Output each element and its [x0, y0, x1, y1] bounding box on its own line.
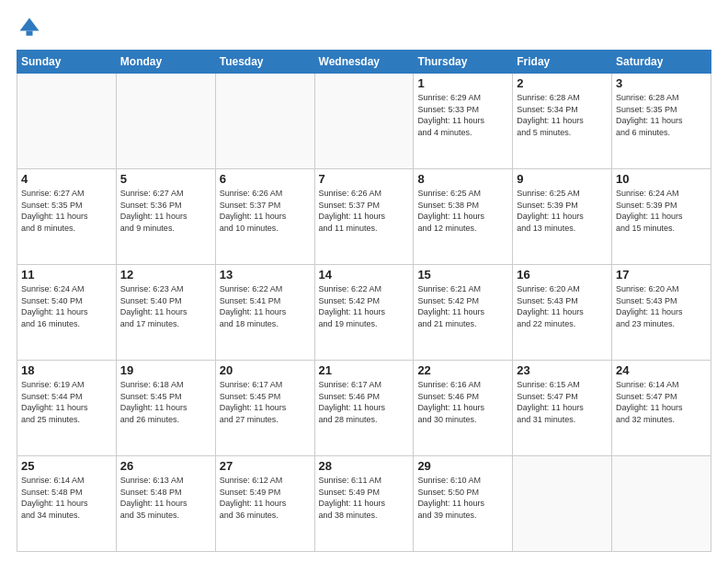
- day-number: 14: [319, 268, 410, 282]
- week-row-2: 11Sunrise: 6:24 AMSunset: 5:40 PMDayligh…: [17, 265, 711, 361]
- day-info: Sunrise: 6:24 AMSunset: 5:39 PMDaylight:…: [616, 188, 707, 234]
- calendar-cell: [314, 74, 414, 169]
- day-info: Sunrise: 6:29 AMSunset: 5:33 PMDaylight:…: [417, 92, 508, 138]
- page: SundayMondayTuesdayWednesdayThursdayFrid…: [0, 0, 728, 563]
- calendar-cell: 4Sunrise: 6:27 AMSunset: 5:35 PMDaylight…: [17, 169, 117, 265]
- calendar-cell: 12Sunrise: 6:23 AMSunset: 5:40 PMDayligh…: [116, 265, 215, 361]
- day-info: Sunrise: 6:28 AMSunset: 5:35 PMDaylight:…: [616, 92, 707, 138]
- calendar-cell: 20Sunrise: 6:17 AMSunset: 5:45 PMDayligh…: [215, 361, 314, 456]
- day-info: Sunrise: 6:14 AMSunset: 5:47 PMDaylight:…: [616, 379, 707, 425]
- day-info: Sunrise: 6:19 AMSunset: 5:44 PMDaylight:…: [21, 379, 112, 425]
- calendar-cell: 6Sunrise: 6:26 AMSunset: 5:37 PMDaylight…: [215, 169, 314, 265]
- calendar-cell: 27Sunrise: 6:12 AMSunset: 5:49 PMDayligh…: [215, 456, 314, 552]
- day-number: 15: [417, 268, 508, 282]
- calendar-cell: 21Sunrise: 6:17 AMSunset: 5:46 PMDayligh…: [314, 361, 414, 456]
- calendar-cell: 25Sunrise: 6:14 AMSunset: 5:48 PMDayligh…: [17, 456, 117, 552]
- day-info: Sunrise: 6:21 AMSunset: 5:42 PMDaylight:…: [417, 283, 508, 329]
- calendar-cell: [612, 456, 711, 552]
- day-info: Sunrise: 6:25 AMSunset: 5:39 PMDaylight:…: [517, 188, 608, 234]
- calendar-cell: [116, 74, 215, 169]
- day-number: 12: [120, 268, 211, 282]
- logo: [17, 15, 46, 40]
- day-number: 4: [21, 172, 112, 186]
- calendar-cell: 15Sunrise: 6:21 AMSunset: 5:42 PMDayligh…: [414, 265, 513, 361]
- day-info: Sunrise: 6:22 AMSunset: 5:41 PMDaylight:…: [220, 283, 311, 329]
- calendar-cell: 8Sunrise: 6:25 AMSunset: 5:38 PMDaylight…: [414, 169, 513, 265]
- calendar-cell: 16Sunrise: 6:20 AMSunset: 5:43 PMDayligh…: [513, 265, 612, 361]
- calendar-cell: 19Sunrise: 6:18 AMSunset: 5:45 PMDayligh…: [116, 361, 215, 456]
- weekday-header-row: SundayMondayTuesdayWednesdayThursdayFrid…: [17, 51, 711, 74]
- weekday-header-wednesday: Wednesday: [314, 51, 414, 74]
- day-number: 13: [220, 268, 311, 282]
- day-info: Sunrise: 6:26 AMSunset: 5:37 PMDaylight:…: [319, 188, 410, 234]
- calendar-cell: 10Sunrise: 6:24 AMSunset: 5:39 PMDayligh…: [612, 169, 711, 265]
- day-number: 6: [220, 172, 311, 186]
- day-info: Sunrise: 6:24 AMSunset: 5:40 PMDaylight:…: [21, 283, 112, 329]
- calendar-cell: [17, 74, 117, 169]
- calendar-cell: [513, 456, 612, 552]
- day-info: Sunrise: 6:16 AMSunset: 5:46 PMDaylight:…: [417, 379, 508, 425]
- week-row-4: 25Sunrise: 6:14 AMSunset: 5:48 PMDayligh…: [17, 456, 711, 552]
- day-number: 17: [616, 268, 707, 282]
- calendar-cell: 22Sunrise: 6:16 AMSunset: 5:46 PMDayligh…: [414, 361, 513, 456]
- weekday-header-friday: Friday: [513, 51, 612, 74]
- day-info: Sunrise: 6:20 AMSunset: 5:43 PMDaylight:…: [616, 283, 707, 329]
- calendar-cell: 9Sunrise: 6:25 AMSunset: 5:39 PMDaylight…: [513, 169, 612, 265]
- day-number: 8: [417, 172, 508, 186]
- weekday-header-sunday: Sunday: [17, 51, 117, 74]
- logo-icon: [17, 15, 42, 40]
- calendar-cell: 3Sunrise: 6:28 AMSunset: 5:35 PMDaylight…: [612, 74, 711, 169]
- day-number: 23: [517, 363, 608, 377]
- day-info: Sunrise: 6:14 AMSunset: 5:48 PMDaylight:…: [21, 475, 112, 521]
- calendar-cell: 1Sunrise: 6:29 AMSunset: 5:33 PMDaylight…: [414, 74, 513, 169]
- day-number: 5: [120, 172, 211, 186]
- calendar-cell: 14Sunrise: 6:22 AMSunset: 5:42 PMDayligh…: [314, 265, 414, 361]
- day-info: Sunrise: 6:26 AMSunset: 5:37 PMDaylight:…: [220, 188, 311, 234]
- svg-rect-1: [27, 31, 33, 36]
- day-number: 25: [21, 459, 112, 473]
- day-number: 18: [21, 363, 112, 377]
- day-number: 9: [517, 172, 608, 186]
- day-number: 19: [120, 363, 211, 377]
- day-info: Sunrise: 6:17 AMSunset: 5:45 PMDaylight:…: [220, 379, 311, 425]
- day-info: Sunrise: 6:25 AMSunset: 5:38 PMDaylight:…: [417, 188, 508, 234]
- day-number: 1: [417, 76, 508, 90]
- day-info: Sunrise: 6:11 AMSunset: 5:49 PMDaylight:…: [319, 475, 410, 521]
- day-number: 21: [319, 363, 410, 377]
- weekday-header-monday: Monday: [116, 51, 215, 74]
- day-number: 29: [417, 459, 508, 473]
- week-row-3: 18Sunrise: 6:19 AMSunset: 5:44 PMDayligh…: [17, 361, 711, 456]
- calendar-cell: 24Sunrise: 6:14 AMSunset: 5:47 PMDayligh…: [612, 361, 711, 456]
- calendar-cell: 18Sunrise: 6:19 AMSunset: 5:44 PMDayligh…: [17, 361, 117, 456]
- day-info: Sunrise: 6:23 AMSunset: 5:40 PMDaylight:…: [120, 283, 211, 329]
- calendar-cell: 17Sunrise: 6:20 AMSunset: 5:43 PMDayligh…: [612, 265, 711, 361]
- day-info: Sunrise: 6:20 AMSunset: 5:43 PMDaylight:…: [517, 283, 608, 329]
- calendar-cell: 11Sunrise: 6:24 AMSunset: 5:40 PMDayligh…: [17, 265, 117, 361]
- calendar-cell: 26Sunrise: 6:13 AMSunset: 5:48 PMDayligh…: [116, 456, 215, 552]
- day-info: Sunrise: 6:13 AMSunset: 5:48 PMDaylight:…: [120, 475, 211, 521]
- day-info: Sunrise: 6:15 AMSunset: 5:47 PMDaylight:…: [517, 379, 608, 425]
- day-info: Sunrise: 6:17 AMSunset: 5:46 PMDaylight:…: [319, 379, 410, 425]
- day-number: 20: [220, 363, 311, 377]
- day-number: 27: [220, 459, 311, 473]
- day-info: Sunrise: 6:28 AMSunset: 5:34 PMDaylight:…: [517, 92, 608, 138]
- day-number: 22: [417, 363, 508, 377]
- day-number: 24: [616, 363, 707, 377]
- calendar-cell: [215, 74, 314, 169]
- calendar-cell: 5Sunrise: 6:27 AMSunset: 5:36 PMDaylight…: [116, 169, 215, 265]
- day-number: 7: [319, 172, 410, 186]
- svg-marker-0: [20, 18, 40, 31]
- day-number: 11: [21, 268, 112, 282]
- calendar-cell: 28Sunrise: 6:11 AMSunset: 5:49 PMDayligh…: [314, 456, 414, 552]
- weekday-header-tuesday: Tuesday: [215, 51, 314, 74]
- day-number: 16: [517, 268, 608, 282]
- day-info: Sunrise: 6:27 AMSunset: 5:35 PMDaylight:…: [21, 188, 112, 234]
- weekday-header-thursday: Thursday: [414, 51, 513, 74]
- week-row-1: 4Sunrise: 6:27 AMSunset: 5:35 PMDaylight…: [17, 169, 711, 265]
- week-row-0: 1Sunrise: 6:29 AMSunset: 5:33 PMDaylight…: [17, 74, 711, 169]
- day-number: 10: [616, 172, 707, 186]
- day-info: Sunrise: 6:18 AMSunset: 5:45 PMDaylight:…: [120, 379, 211, 425]
- calendar-cell: 23Sunrise: 6:15 AMSunset: 5:47 PMDayligh…: [513, 361, 612, 456]
- day-info: Sunrise: 6:27 AMSunset: 5:36 PMDaylight:…: [120, 188, 211, 234]
- day-info: Sunrise: 6:22 AMSunset: 5:42 PMDaylight:…: [319, 283, 410, 329]
